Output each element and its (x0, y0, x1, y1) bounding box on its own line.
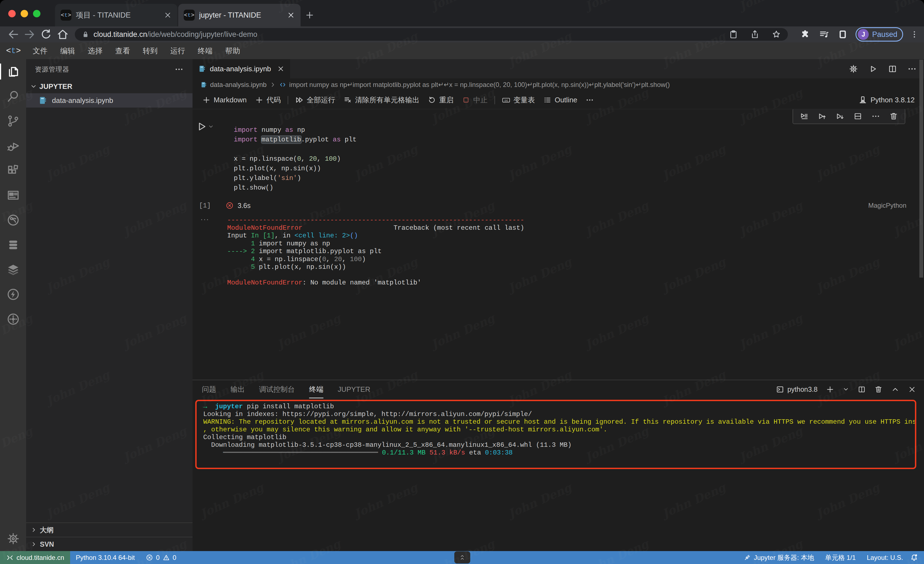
run-cell-icon[interactable] (196, 121, 207, 132)
more-actions-icon[interactable] (871, 112, 880, 121)
activity-item-source-control[interactable] (0, 109, 26, 134)
clipboard-icon[interactable] (729, 29, 738, 39)
activity-item-routes[interactable] (0, 307, 26, 331)
notifications-bell-icon[interactable] (910, 553, 918, 562)
panel-tab-3[interactable]: 终端 (309, 380, 323, 399)
split-terminal-icon[interactable] (858, 385, 866, 394)
profile-chip[interactable]: J Paused (855, 27, 903, 42)
menu-item-2[interactable]: 选择 (81, 42, 109, 59)
share-icon[interactable] (750, 29, 760, 39)
activity-item-explorer[interactable] (0, 59, 26, 84)
terminal-view[interactable]: → jupyter pip install matplotlibLooking … (192, 399, 924, 551)
menu-item-5[interactable]: 运行 (164, 42, 191, 59)
sidebar-section-jupyter[interactable]: JUPYTER (26, 80, 192, 93)
run-above-icon[interactable] (818, 112, 826, 121)
cell-code-editor[interactable]: import numpy as npimport matplotlib.pypl… (217, 119, 913, 198)
activity-item-layers[interactable] (0, 257, 26, 282)
new-tab-button[interactable] (302, 4, 318, 26)
editor-scrollbar[interactable] (920, 60, 923, 278)
clear-outputs-button[interactable]: 清除所有单元格输出 (339, 91, 423, 109)
sidebar-item-notebook-file[interactable]: data-analysis.ipynb (26, 93, 192, 108)
menu-item-1[interactable]: 编辑 (54, 42, 81, 59)
run-by-line-icon[interactable] (800, 112, 809, 121)
activity-item-search[interactable] (0, 84, 26, 109)
run-below-icon[interactable] (836, 112, 844, 121)
playlist-extension-icon[interactable] (819, 29, 829, 40)
jupyter-server-indicator[interactable]: Jupyter 服务器: 本地 (738, 551, 819, 564)
close-icon[interactable] (164, 11, 172, 19)
chevron-down-icon[interactable] (843, 386, 849, 393)
home-icon[interactable] (56, 28, 69, 41)
panel-tab-0[interactable]: 问题 (202, 380, 216, 399)
bookmark-star-icon[interactable] (771, 29, 781, 39)
activity-item-run-debug[interactable] (0, 134, 26, 158)
activity-item-share-graph[interactable] (0, 208, 26, 233)
delete-cell-icon[interactable] (889, 112, 898, 121)
lock-icon[interactable] (81, 30, 90, 39)
panel-tab-2[interactable]: 调试控制台 (259, 380, 295, 399)
minimize-window-button[interactable] (21, 10, 28, 17)
browser-tab-1[interactable]: <t>jupyter - TITANIDE (178, 4, 301, 26)
extensions-puzzle-icon[interactable] (800, 29, 810, 40)
menu-item-0[interactable]: 文件 (26, 42, 54, 59)
run-all-button[interactable]: 全部运行 (291, 91, 339, 109)
split-editor-icon[interactable] (888, 64, 897, 74)
terminal-focus-box[interactable]: → jupyter pip install matplotlibLooking … (195, 400, 916, 469)
cell-position-indicator[interactable]: 单元格 1/1 (819, 551, 861, 564)
activity-item-power[interactable] (0, 282, 26, 307)
panel-tab-4[interactable]: JUPYTER (338, 380, 370, 399)
code-button[interactable]: 代码 (251, 91, 285, 109)
activity-item-extensions[interactable] (0, 158, 26, 183)
terminal-process-picker[interactable]: python3.8 (776, 385, 818, 394)
close-icon[interactable] (287, 11, 295, 19)
macos-window-controls[interactable] (8, 10, 40, 17)
chevron-down-icon[interactable] (208, 123, 214, 129)
language-mode-label[interactable]: MagicPython (868, 202, 906, 209)
close-panel-icon[interactable] (908, 385, 916, 394)
reload-icon[interactable] (40, 28, 53, 41)
back-icon[interactable] (7, 28, 20, 41)
output-collapse-indicator[interactable]: ··· (192, 216, 217, 287)
menu-item-7[interactable]: 帮助 (219, 42, 246, 59)
split-cell-icon[interactable] (854, 112, 862, 121)
sidebar-extension-icon[interactable] (837, 29, 848, 40)
kill-terminal-icon[interactable] (874, 385, 883, 394)
address-bar[interactable]: cloud.titanide.cn/ide/web/coding/jupyter… (75, 28, 788, 41)
zoom-window-button[interactable] (33, 10, 40, 17)
problems-indicator[interactable]: 0 0 (140, 551, 182, 564)
editor-tab-notebook[interactable]: data-analysis.ipynb (192, 59, 290, 78)
new-terminal-icon[interactable] (826, 385, 834, 394)
sidebar-section-大纲[interactable]: 大纲 (26, 522, 192, 537)
close-window-button[interactable] (8, 10, 16, 17)
restart-kernel-button[interactable]: 重启 (423, 91, 458, 109)
variables-button[interactable]: (x)变量表 (498, 91, 539, 109)
maximize-panel-icon[interactable] (891, 385, 900, 394)
menu-item-3[interactable]: 查看 (109, 42, 136, 59)
run-icon[interactable] (868, 64, 878, 74)
interrupt-button[interactable]: 中止 (458, 91, 492, 109)
browser-menu-icon[interactable] (910, 29, 919, 40)
outline-button[interactable]: Outline (539, 91, 581, 109)
gear-icon[interactable] (849, 64, 858, 74)
activity-item-notebook-panel[interactable] (0, 183, 26, 208)
expand-panel-button[interactable] (454, 551, 470, 564)
sidebar-more-icon[interactable] (174, 65, 184, 74)
more-actions-icon[interactable] (907, 64, 917, 74)
forward-icon[interactable] (23, 28, 36, 41)
menu-item-6[interactable]: 终端 (191, 42, 219, 59)
activity-item-settings[interactable] (0, 526, 26, 551)
python-interpreter[interactable]: Python 3.10.4 64-bit (70, 551, 140, 564)
panel-tab-1[interactable]: 输出 (231, 380, 245, 399)
more-actions-button[interactable] (581, 91, 598, 109)
menu-item-4[interactable]: 转到 (136, 42, 164, 59)
url-text[interactable]: cloud.titanide.cn/ide/web/coding/jupyter… (93, 30, 257, 39)
kernel-picker[interactable]: Python 3.8.12 (858, 95, 918, 105)
layout-indicator[interactable]: Layout: U.S. (861, 551, 909, 564)
sidebar-section-SVN[interactable]: SVN (26, 537, 192, 551)
browser-tab-0[interactable]: <t>项目 - TITANIDE (55, 4, 177, 26)
remote-indicator[interactable]: cloud.titanide.cn (0, 551, 70, 564)
markdown-button[interactable]: Markdown (198, 91, 251, 109)
close-icon[interactable] (277, 65, 285, 73)
activity-item-database[interactable] (0, 233, 26, 257)
breadcrumb[interactable]: data-analysis.ipynb import numpy as np↵i… (192, 78, 924, 91)
